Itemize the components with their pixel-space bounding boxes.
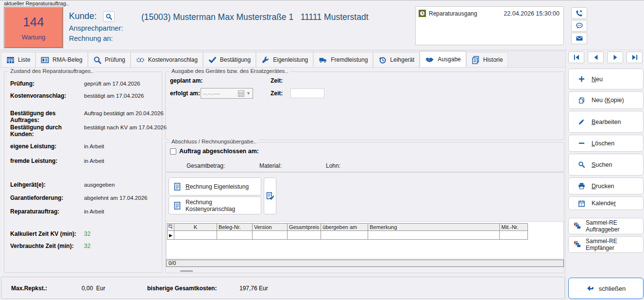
table-selector-icon[interactable] [168,224,174,231]
invoice-document-icon [174,183,181,191]
tab-fremdleistung[interactable]: Fremdleistung [313,52,373,67]
repair-order-window: aktueller Reparaturauftrag.. 144 Wartung… [0,0,644,300]
erfolgt-am-label: erfolgt am: [170,90,200,97]
wrench-icon [261,56,270,64]
truck-icon [319,56,327,64]
neu-button[interactable]: Neu [568,69,644,89]
table-cell [368,231,500,240]
mark-invoice-transferred-button[interactable] [264,177,276,214]
bearbeiten-button[interactable]: Bearbeiten [568,111,644,133]
invoice-table[interactable]: K Beleg-Nr. Version Gesamtpreis übergebe… [167,223,528,240]
email-icon [576,35,583,42]
status-value: 32 [84,230,90,237]
cascade-windows-icon [574,222,581,230]
search-icon [578,161,585,168]
calendar-icon: 1 [578,200,585,207]
auftrag-abgeschlossen-checkbox[interactable] [170,148,176,155]
tab-label: Bestätigung [220,56,251,63]
column-header[interactable]: K [174,224,217,231]
status-value: 32 [84,243,90,249]
suchen-button[interactable]: Suchen [568,154,644,176]
zeit-input[interactable] [290,88,324,98]
sammel-re-auftraggeber-button[interactable]: Sammel-RE Auftraggeber [568,218,644,234]
column-header[interactable]: übergeben am [321,224,368,231]
window-title: aktueller Reparaturauftrag.. [4,0,69,6]
nav-next-button[interactable] [607,52,623,63]
printer-icon [578,182,585,190]
tab-eigenleistung[interactable]: Eigenleistung [256,52,313,67]
zeit-label: Zeit: [271,90,283,97]
neu-kopie-button[interactable]: Neu (Kopie) [568,91,644,109]
order-type: Wartung [22,34,46,41]
copy-icon [578,97,585,104]
rma-document-icon [41,56,49,64]
column-header[interactable]: Version [252,224,287,231]
nav-prev-button[interactable] [588,52,604,63]
rechnung-eigenleistung-button[interactable]: Rechnung Eigenleistung [169,177,261,195]
tab-historie[interactable]: Historie [466,52,508,67]
status-panel: Zustand des Reparaturauftrages.. Prüfung… [4,71,162,273]
dropdown-arrow-icon[interactable]: ▼ [246,91,251,96]
button-label: Kalender [592,200,616,207]
documents-icon [472,56,480,64]
tab-liste[interactable]: Liste [1,52,35,67]
clock-icon [419,10,426,17]
first-record-icon [573,54,580,60]
event-row[interactable]: Reparaturausgang 22.04.2026 15:30:00 [416,7,563,17]
table-row[interactable]: ▶ [168,231,528,240]
customer-search-button[interactable] [103,11,115,22]
tab-bar: Liste RMA-Beleg Prüfung Kostenvoranschla… [0,51,566,68]
tab-label: Prüfung [105,56,125,63]
kalender-button[interactable]: 1 Kalender [568,196,644,210]
customer-line: (15003) Musterman Max Musterstraße 1 111… [141,12,369,22]
status-label: Leihgerät(e): [10,181,83,188]
tab-rma-beleg[interactable]: RMA-Beleg [35,52,87,67]
tab-leihgeraet[interactable]: Leihgerät [373,52,420,67]
row-selector-arrow: ▶ [168,231,174,240]
chat-button[interactable] [571,20,587,32]
column-header[interactable]: Bemerkung [368,224,500,231]
cost-summary-bar: Max.Repkst.: 0,00 Eur bisherige Gesamtko… [1,277,565,299]
nav-last-button[interactable] [627,52,643,63]
scrollbar-grip[interactable] [180,270,193,272]
rechnung-kostenvoranschlag-button[interactable]: Rechnung Kostenvoranschlag [169,196,261,214]
event-label: Reparaturausgang [429,10,501,17]
kunde-label: Kunde: [69,11,97,21]
tab-ausgabe[interactable]: Ausgabe [420,51,466,67]
event-list-box[interactable]: Reparaturausgang 22.04.2026 15:30:00 [415,6,564,45]
svg-text:1: 1 [581,202,583,206]
tab-pruefung[interactable]: Prüfung [88,52,131,67]
status-value: ausgegeben [84,182,115,188]
column-header[interactable]: Gesamtpreis [287,224,321,231]
button-label: Rechnung Kostenvoranschlag [186,199,256,212]
drucken-button[interactable]: Drucken [568,177,644,194]
sammel-re-empfaenger-button[interactable]: Sammel-RE Empfänger [568,236,644,253]
status-label: eigene Leistung: [10,143,59,150]
search-icon [105,13,113,20]
geplant-am-label: geplant am: [170,77,203,84]
minus-icon [578,140,585,147]
loeschen-button[interactable]: Löschen [568,135,644,152]
lohn-label: Lohn: [326,162,340,169]
status-label: Verbrauchte Zeit (min): [10,243,83,249]
sidebar-divider [565,50,566,300]
erfolgt-am-datepicker[interactable]: --.--.---- ▼ [201,88,253,99]
column-header[interactable]: Mit.-Nr. [500,224,528,231]
record-count-bar[interactable]: 0/0 [166,260,564,267]
eyes-icon [136,56,145,64]
call-button[interactable] [571,7,587,19]
tab-label: Leihgerät [390,56,414,63]
datepicker-value: --.--.---- [203,90,236,96]
table-cell [217,231,252,240]
previous-record-icon [593,54,599,60]
nav-first-button[interactable] [568,52,584,63]
email-button[interactable] [571,33,587,44]
column-header[interactable]: Beleg-Nr. [217,224,252,231]
tab-bestaetigung[interactable]: Bestätigung [203,52,256,67]
table-header-row: K Beleg-Nr. Version Gesamtpreis übergebe… [168,224,528,231]
schliessen-button[interactable]: schließen [568,278,644,299]
button-label: Bearbeiten [592,119,621,125]
tab-kostenvoranschlag[interactable]: Kostenvoranschlag [131,52,203,67]
phone-icon [576,10,583,17]
document-check-icon [266,192,274,200]
